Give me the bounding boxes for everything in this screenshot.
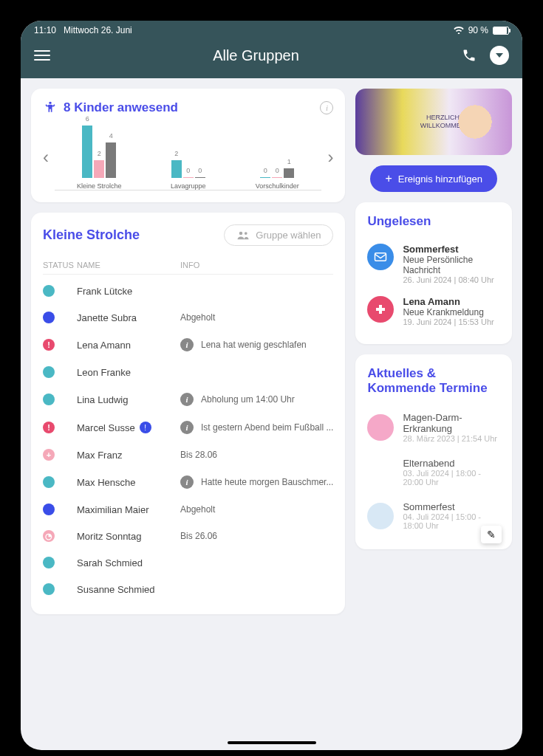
event-icon	[367, 414, 394, 441]
child-info: iAbholung um 14:00 Uhr	[180, 393, 333, 406]
status-dot	[43, 557, 55, 568]
status-dot	[43, 583, 55, 595]
chart-bar: 4	[106, 142, 116, 178]
status-dot	[43, 285, 55, 297]
child-name: Marcel Susse!	[77, 422, 180, 433]
table-row[interactable]: Susanne Schmied	[43, 576, 333, 602]
table-row[interactable]: Leon Franke	[43, 359, 333, 385]
edit-icon[interactable]: ✎	[481, 526, 502, 543]
table-row[interactable]: !Marcel Susse!iIst gestern Abend beim Fu…	[43, 413, 333, 441]
unread-card: Ungelesen SommerfestNeue Persönliche Nac…	[355, 202, 512, 344]
child-name: Max Franz	[77, 450, 180, 461]
add-event-button[interactable]: + Ereignis hinzufügen	[370, 165, 497, 192]
table-row[interactable]: ◔Moritz SonntagBis 26.06	[43, 523, 333, 549]
chart-next[interactable]: ›	[327, 147, 333, 168]
banner-image	[445, 92, 505, 151]
table-row[interactable]: Janette SubraAbgeholt	[43, 304, 333, 331]
menu-icon[interactable]	[34, 50, 50, 61]
status-dot: !	[43, 339, 55, 351]
child-info: iHatte heute morgen Bauschmer...	[180, 475, 333, 489]
child-name: Moritz Sonntag	[77, 531, 180, 542]
table-row[interactable]: Maximilian MaierAbgeholt	[43, 496, 333, 523]
chart-bar: 0	[260, 177, 270, 178]
chart-group: 200Lavagruppe	[171, 160, 205, 178]
status-dot	[43, 504, 55, 515]
status-date: Mittwoch 26. Juni	[64, 25, 132, 35]
child-info: Abgeholt	[180, 312, 333, 323]
status-dot	[43, 366, 55, 378]
status-bar: 11:10 Mittwoch 26. Juni 90 %	[21, 21, 522, 35]
table-row[interactable]: Max HenscheiHatte heute morgen Bauschmer…	[43, 468, 333, 496]
chart-bar: 0	[183, 177, 194, 178]
status-dot	[43, 476, 55, 488]
table-row[interactable]: !Lena AmanniLena hat wenig geschlafen	[43, 331, 333, 359]
child-info: Bis 28.06	[180, 450, 333, 460]
info-badge-icon: i	[180, 421, 194, 434]
info-badge-icon: i	[180, 393, 194, 406]
chart-group: 624Kleine Strolche	[82, 126, 116, 178]
svg-rect-5	[376, 308, 385, 311]
status-dot: +	[43, 449, 55, 461]
notification-item[interactable]: Lena AmannNeue Krankmeldung19. Juni 2024…	[367, 290, 500, 332]
status-dot: ◔	[43, 530, 55, 542]
chart-bar: 2	[94, 160, 104, 178]
child-info: iLena hat wenig geschlafen	[180, 338, 333, 351]
notification-item[interactable]: SommerfestNeue Persönliche Nachricht26. …	[367, 238, 500, 290]
app-header: Alle Gruppen	[21, 35, 522, 78]
home-indicator[interactable]	[228, 741, 316, 744]
group-title: Kleine Strolche	[43, 227, 140, 243]
profile-dropdown[interactable]	[490, 46, 509, 65]
svg-point-1	[239, 231, 243, 235]
status-dot: !	[43, 422, 55, 433]
chart-prev[interactable]: ‹	[43, 147, 49, 168]
welcome-banner[interactable]: HERZLICH WILLKOMMEN	[355, 89, 512, 155]
table-row[interactable]: Frank Lütcke	[43, 278, 333, 304]
people-icon	[236, 231, 250, 240]
mail-icon	[367, 244, 394, 270]
status-time: 11:10	[34, 25, 56, 35]
svg-point-0	[49, 102, 51, 104]
child-name: Janette Subra	[77, 312, 180, 323]
child-info: iIst gestern Abend beim Fußball ...	[180, 421, 333, 434]
child-name: Sarah Schmied	[77, 557, 180, 568]
person-icon	[43, 100, 58, 115]
phone-icon[interactable]	[462, 48, 477, 63]
child-name: Lina Ludwig	[77, 394, 180, 405]
table-header: STATUS NAME INFO	[43, 256, 333, 275]
child-name: Max Hensche	[77, 477, 180, 488]
child-name: Lena Amann	[77, 340, 180, 351]
event-icon	[367, 459, 394, 486]
unread-title: Ungelesen	[367, 214, 500, 229]
chart-bar: 6	[82, 126, 92, 178]
status-dot	[43, 394, 55, 405]
table-row[interactable]: Sarah Schmied	[43, 549, 333, 576]
chart-bar: 2	[171, 160, 182, 178]
table-row[interactable]: +Max FranzBis 28.06	[43, 441, 333, 468]
child-info: Bis 26.06	[180, 531, 333, 541]
child-name: Maximilian Maier	[77, 504, 180, 515]
info-icon[interactable]: i	[320, 101, 333, 114]
svg-rect-3	[375, 253, 386, 261]
child-name: Leon Franke	[77, 367, 180, 378]
svg-point-2	[245, 232, 247, 235]
attendance-title: 8 Kinder anwesend	[64, 100, 178, 115]
event-item[interactable]: Magen-Darm-Erkrankung28. März 2023 | 21:…	[367, 405, 500, 450]
page-title: Alle Gruppen	[213, 47, 299, 64]
battery-percent: 90 %	[468, 25, 488, 35]
table-row[interactable]: Lina LudwigiAbholung um 14:00 Uhr	[43, 385, 333, 413]
chart-bar: 1	[284, 168, 294, 178]
chart-bar: 0	[195, 177, 205, 178]
alert-badge-icon: !	[140, 422, 151, 433]
battery-icon	[493, 27, 509, 35]
attendance-card: 8 Kinder anwesend i ‹ 624Kleine Strolche…	[31, 89, 345, 202]
child-info: Abgeholt	[180, 504, 333, 515]
select-group-button[interactable]: Gruppe wählen	[224, 224, 333, 246]
child-name: Frank Lütcke	[77, 286, 180, 297]
info-badge-icon: i	[180, 475, 194, 489]
event-icon	[367, 503, 394, 529]
info-badge-icon: i	[180, 338, 194, 351]
group-card: Kleine Strolche Gruppe wählen STATUS NAM…	[31, 213, 345, 614]
chart-group: 001Vorschulkinder	[260, 168, 294, 178]
event-item[interactable]: Elternabend03. Juli 2024 | 18:00 - 20:00…	[367, 450, 500, 494]
attendance-chart: 624Kleine Strolche200Lavagruppe001Vorsch…	[55, 124, 321, 190]
